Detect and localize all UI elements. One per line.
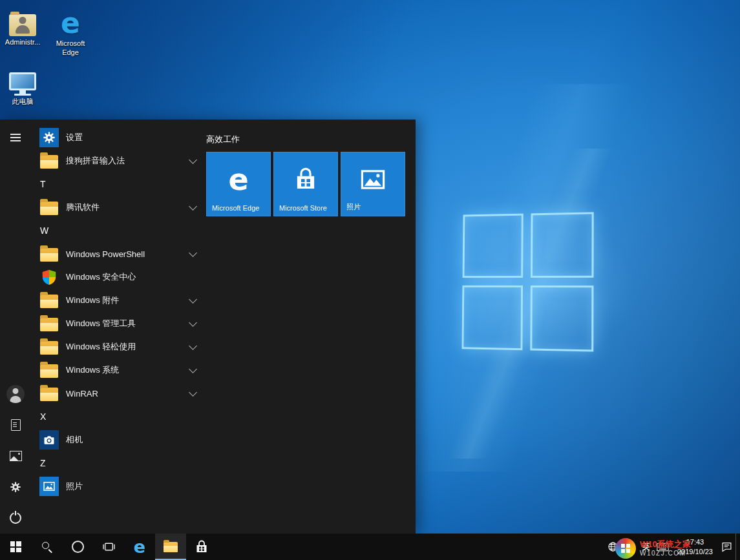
app-label: Windows PowerShell (66, 249, 145, 259)
edge-icon: e (134, 538, 145, 555)
folder-icon (40, 388, 58, 401)
start-menu-rail (0, 119, 31, 534)
camera-tile-icon (39, 430, 59, 450)
section-z[interactable]: Z (31, 451, 206, 475)
app-row-windows-ease-of-access[interactable]: Windows 轻松使用 (31, 335, 206, 358)
section-x[interactable]: X (31, 405, 206, 428)
start-rail-power-button[interactable] (0, 503, 31, 534)
administrator-icon (8, 12, 37, 36)
photos-icon (341, 161, 405, 198)
show-desktop-button[interactable] (735, 534, 740, 560)
app-row-sogou-pinyin[interactable]: 搜狗拼音输入法 (31, 149, 206, 172)
desktop-icon-this-pc[interactable]: 此电脑 (1, 72, 44, 107)
chevron-down-icon[interactable] (189, 202, 197, 211)
section-w[interactable]: W (31, 219, 206, 242)
chevron-down-icon[interactable] (189, 365, 197, 373)
windows-logo-pane (463, 214, 523, 278)
tile-microsoft-store[interactable]: Microsoft Store (273, 152, 338, 216)
start-windows-flag-icon (10, 541, 21, 552)
file-explorer-icon (164, 542, 178, 552)
taskbar-task-view-button[interactable] (93, 534, 124, 560)
monitor-base (14, 94, 31, 96)
desktop-icon-microsoft-edge[interactable]: e Microsoft Edge (49, 9, 92, 57)
app-label: Windows 安全中心 (66, 271, 136, 283)
computer-icon (7, 72, 38, 96)
section-letter: W (40, 225, 48, 236)
tile-photos[interactable]: 照片 (341, 152, 405, 216)
app-label: Windows 轻松使用 (66, 341, 136, 353)
taskbar-edge-button[interactable]: e (124, 534, 155, 560)
app-label: Windows 管理工具 (66, 318, 136, 329)
app-label: 设置 (66, 132, 83, 143)
app-row-winrar[interactable]: WinRAR (31, 382, 206, 405)
watermark-url: W10ZJ.COM (640, 550, 691, 557)
watermark-title: W10系统之家 (640, 539, 691, 550)
start-rail-documents-button[interactable] (0, 410, 31, 441)
user-icon (6, 385, 25, 403)
start-rail-menu-button[interactable] (0, 122, 31, 153)
app-row-camera[interactable]: 相机 (31, 428, 206, 451)
desktop-icon-administrator[interactable]: Administr... (1, 12, 44, 47)
chevron-down-icon[interactable] (189, 342, 197, 350)
chevron-down-icon[interactable] (189, 295, 197, 304)
folder-icon (40, 155, 58, 169)
start-menu-app-list: 设置 搜狗拼音输入法 T 腾讯软件 W Windows PowerShell (31, 119, 206, 534)
documents-icon (11, 419, 21, 431)
folder-icon (40, 341, 58, 355)
person-silhouette (15, 17, 30, 35)
section-letter: Z (40, 458, 46, 468)
app-row-windows-powershell[interactable]: Windows PowerShell (31, 242, 206, 265)
folder-icon (40, 248, 58, 262)
w10zj-logo-icon (615, 538, 636, 559)
desktop-icon-label: Administr... (5, 38, 40, 47)
folder-icon (40, 364, 58, 378)
windows-logo-pane (531, 212, 594, 278)
hamburger-icon (10, 134, 21, 141)
tile-label: 照片 (346, 202, 361, 212)
folder-icon (40, 318, 58, 331)
chevron-down-icon[interactable] (189, 318, 197, 327)
app-row-photos[interactable]: 照片 (31, 475, 206, 498)
windows-logo-pane (530, 285, 593, 352)
start-rail-pictures-button[interactable] (0, 441, 31, 472)
windows-logo-wallpaper (462, 212, 594, 351)
app-row-windows-security[interactable]: Windows 安全中心 (31, 265, 206, 289)
tray-action-center-button[interactable] (718, 534, 735, 560)
tile-label: Microsoft Edge (212, 204, 259, 212)
cortana-icon (72, 541, 84, 553)
app-row-tencent-software[interactable]: 腾讯软件 (31, 196, 206, 219)
section-letter: T (40, 179, 46, 189)
start-rail-settings-button[interactable] (0, 472, 31, 503)
app-label: Windows 系统 (66, 364, 119, 376)
taskbar-store-button[interactable] (186, 534, 217, 560)
desktop-screen: Administr... e Microsoft Edge 此电脑 (0, 0, 740, 560)
start-rail-user-button[interactable] (0, 379, 31, 410)
app-row-windows-admin-tools[interactable]: Windows 管理工具 (31, 312, 206, 335)
photos-tile-icon (39, 477, 59, 496)
taskbar-cortana-button[interactable] (62, 534, 93, 560)
settings-gear-icon (10, 481, 21, 493)
chevron-down-icon[interactable] (189, 388, 197, 397)
start-menu-tiles: 高效工作 e Microsoft Edge (206, 119, 416, 534)
chevron-down-icon[interactable] (189, 249, 197, 257)
pictures-icon (10, 451, 22, 461)
edge-icon: e (207, 161, 270, 198)
app-label: 腾讯软件 (66, 202, 100, 213)
app-row-windows-accessories[interactable]: Windows 附件 (31, 289, 206, 312)
taskbar-start-button[interactable] (0, 534, 31, 560)
edge-icon: e (61, 9, 80, 37)
section-t[interactable]: T (31, 172, 206, 196)
taskbar-search-button[interactable] (31, 534, 62, 560)
app-label: 照片 (66, 481, 83, 492)
app-row-settings[interactable]: 设置 (31, 126, 206, 149)
tiles-row: e Microsoft Edge (206, 152, 416, 216)
power-icon (10, 512, 21, 524)
tile-label: Microsoft Store (279, 204, 327, 212)
app-row-windows-system[interactable]: Windows 系统 (31, 358, 206, 382)
app-label: Windows 附件 (66, 295, 119, 306)
tile-microsoft-edge[interactable]: e Microsoft Edge (206, 152, 271, 216)
chevron-down-icon[interactable] (189, 156, 197, 164)
start-menu: 设置 搜狗拼音输入法 T 腾讯软件 W Windows PowerShell (0, 119, 416, 534)
tile-group-title[interactable]: 高效工作 (206, 134, 416, 144)
taskbar-file-explorer-button[interactable] (155, 534, 186, 560)
